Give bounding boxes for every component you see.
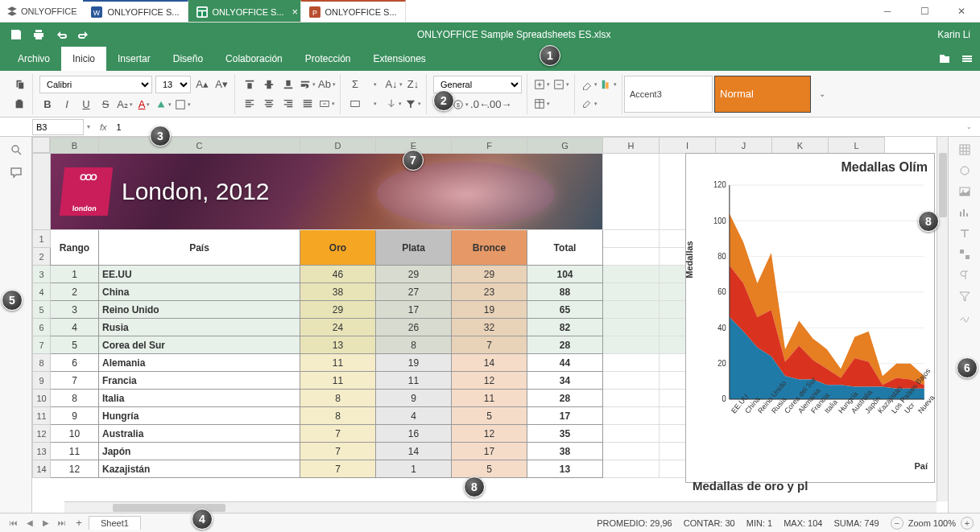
minimize-button[interactable]: ─ bbox=[869, 0, 906, 23]
sheet-area[interactable]: BCDEFGHIJKL londonLondon, 20121RangoPaís… bbox=[32, 137, 948, 513]
menu-inicio[interactable]: Inicio bbox=[61, 47, 106, 71]
font-color-icon[interactable]: A bbox=[136, 97, 152, 113]
svg-rect-5 bbox=[176, 100, 185, 109]
close-button[interactable]: ✕ bbox=[943, 0, 980, 23]
named-range-icon[interactable] bbox=[347, 96, 363, 112]
clear-icon[interactable] bbox=[581, 76, 598, 93]
bold-icon[interactable]: B bbox=[39, 97, 56, 113]
menu-extensiones[interactable]: Extensiones bbox=[362, 47, 437, 71]
maximize-button[interactable]: ☐ bbox=[906, 0, 943, 23]
sheet-next-icon[interactable]: ▶ bbox=[39, 516, 53, 530]
app-logo[interactable]: ONLYOFFICE bbox=[0, 6, 83, 17]
slicer-settings-icon[interactable] bbox=[958, 290, 971, 303]
sheet-last-icon[interactable]: ⏭ bbox=[55, 516, 69, 530]
fill-color-icon[interactable] bbox=[155, 97, 172, 113]
sort-desc-icon[interactable]: Z↓ bbox=[405, 76, 421, 93]
fx-icon[interactable]: fx bbox=[93, 122, 114, 132]
font-size-select[interactable]: 13 bbox=[155, 76, 191, 93]
open-location-icon[interactable] bbox=[938, 52, 951, 65]
dec-decrease-icon[interactable]: .0← bbox=[472, 97, 488, 113]
sum-dd-icon[interactable] bbox=[366, 76, 382, 93]
style-expand-icon[interactable]: ⌄ bbox=[813, 89, 832, 98]
formula-input[interactable] bbox=[117, 119, 958, 135]
italic-icon[interactable]: I bbox=[59, 97, 75, 113]
menu-colaboracion[interactable]: Colaboración bbox=[214, 47, 294, 71]
doc-tab-pres[interactable]: P ONLYOFFICE S... bbox=[301, 0, 406, 22]
align-middle-icon[interactable] bbox=[261, 76, 277, 93]
signature-settings-icon[interactable] bbox=[958, 311, 971, 324]
add-sheet-icon[interactable]: + bbox=[71, 515, 87, 531]
doc-tab-word[interactable]: W ONLYOFFICE S... bbox=[83, 0, 188, 22]
comments-icon[interactable] bbox=[10, 166, 23, 179]
copy-icon[interactable] bbox=[11, 76, 27, 93]
svg-text:40: 40 bbox=[717, 323, 726, 332]
currency-icon[interactable]: $ bbox=[453, 97, 469, 113]
filter-icon[interactable] bbox=[405, 96, 421, 112]
chart-container[interactable]: Medallas Olím Medallas 020406080100120 E… bbox=[685, 153, 935, 483]
increase-font-icon[interactable]: A▴ bbox=[194, 76, 210, 93]
image-settings-icon[interactable] bbox=[958, 185, 971, 198]
decrease-font-icon[interactable]: A▾ bbox=[213, 76, 229, 93]
font-select[interactable]: Calibri bbox=[39, 76, 152, 93]
formula-expand-icon[interactable]: ⌄ bbox=[961, 123, 977, 130]
format-cells-icon[interactable] bbox=[581, 96, 598, 112]
zoom-level[interactable]: Zoom 100% bbox=[908, 518, 956, 528]
menu-icon[interactable] bbox=[961, 52, 974, 65]
search-icon[interactable] bbox=[10, 143, 23, 156]
delete-cells-icon[interactable] bbox=[553, 76, 569, 93]
subscript-icon[interactable]: A₂ bbox=[117, 97, 133, 113]
menu-proteccion[interactable]: Protección bbox=[294, 47, 362, 71]
style-accent3[interactable]: Accent3 bbox=[624, 76, 713, 113]
chart-settings-icon[interactable] bbox=[958, 206, 971, 219]
named-range-dd[interactable] bbox=[366, 96, 382, 112]
name-box[interactable] bbox=[32, 119, 84, 135]
wrap-text-icon[interactable] bbox=[300, 76, 316, 93]
sheet-tab[interactable]: Sheet1 bbox=[89, 516, 141, 530]
conditional-format-icon[interactable] bbox=[601, 76, 617, 93]
shape-settings-icon[interactable] bbox=[958, 164, 971, 177]
paragraph-settings-icon[interactable] bbox=[958, 269, 971, 282]
vertical-scrollbar[interactable] bbox=[937, 137, 948, 501]
sheet-prev-icon[interactable]: ◀ bbox=[23, 516, 37, 530]
print-icon[interactable] bbox=[32, 28, 45, 41]
close-icon[interactable]: × bbox=[292, 6, 299, 18]
strike-icon[interactable]: S bbox=[97, 97, 114, 113]
sheet-first-icon[interactable]: ⏮ bbox=[6, 516, 21, 530]
align-center-icon[interactable] bbox=[261, 96, 277, 112]
sum-icon[interactable]: Σ bbox=[347, 76, 363, 93]
align-left-icon[interactable] bbox=[242, 96, 258, 112]
borders-icon[interactable] bbox=[175, 97, 191, 113]
text-settings-icon[interactable] bbox=[958, 227, 971, 240]
menu-archivo[interactable]: Archivo bbox=[6, 47, 61, 71]
dec-increase-icon[interactable]: .00→ bbox=[491, 97, 507, 113]
callout-8a: 8 bbox=[918, 211, 939, 232]
format-table-icon[interactable] bbox=[534, 96, 550, 112]
insert-cells-icon[interactable] bbox=[534, 76, 550, 93]
user-name[interactable]: Karin Li bbox=[937, 29, 970, 40]
svg-text:P: P bbox=[312, 8, 317, 16]
menu-diseno[interactable]: Diseño bbox=[162, 47, 214, 71]
doc-tab-sheet[interactable]: ONLYOFFICE S... × bbox=[188, 0, 301, 22]
menu-insertar[interactable]: Insertar bbox=[106, 47, 162, 71]
sort-asc-icon[interactable]: A↓ bbox=[386, 76, 402, 93]
align-top-icon[interactable] bbox=[242, 76, 258, 93]
save-icon[interactable] bbox=[10, 28, 23, 41]
select-all-corner[interactable] bbox=[32, 137, 50, 153]
merge-icon[interactable] bbox=[319, 96, 335, 112]
namebox-dropdown-icon[interactable]: ▾ bbox=[87, 123, 90, 130]
zoom-out-icon[interactable]: − bbox=[891, 517, 904, 530]
undo-icon[interactable] bbox=[55, 28, 68, 41]
fill-icon[interactable] bbox=[386, 96, 402, 112]
status-contar: CONTAR: 30 bbox=[684, 518, 735, 528]
redo-icon[interactable] bbox=[77, 28, 90, 41]
paste-icon[interactable] bbox=[11, 96, 27, 112]
pivot-settings-icon[interactable] bbox=[958, 248, 971, 261]
orientation-icon[interactable]: Ab bbox=[319, 76, 335, 93]
align-bottom-icon[interactable] bbox=[280, 76, 296, 93]
zoom-in-icon[interactable]: + bbox=[961, 517, 974, 530]
align-right-icon[interactable] bbox=[280, 96, 296, 112]
justify-icon[interactable] bbox=[300, 96, 316, 112]
cell-settings-icon[interactable] bbox=[958, 143, 971, 156]
style-normal[interactable]: Normal bbox=[714, 76, 811, 113]
underline-icon[interactable]: U bbox=[78, 97, 94, 113]
